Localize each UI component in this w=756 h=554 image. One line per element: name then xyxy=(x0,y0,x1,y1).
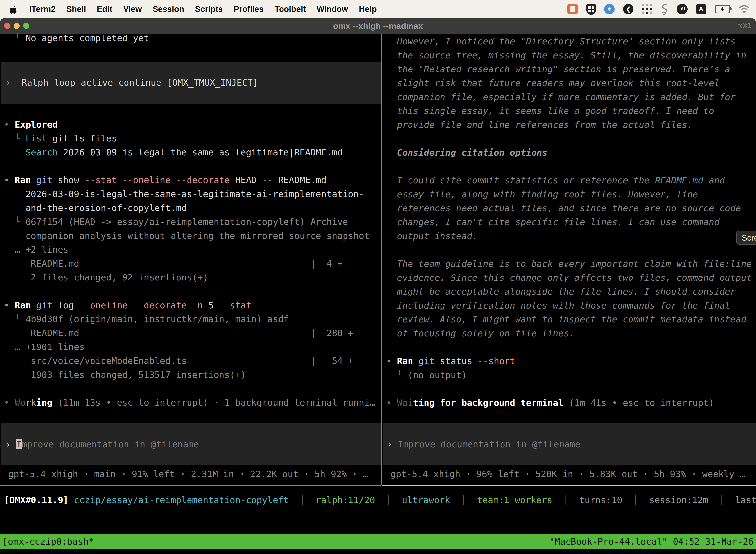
screen-notification-button[interactable]: Scre xyxy=(736,231,756,245)
terminal-line: slight risk that future readers may over… xyxy=(386,76,752,90)
menu-item-help[interactable]: Help xyxy=(359,4,377,14)
input-source-icon[interactable]: A xyxy=(696,4,706,14)
terminal-line: this single essay, it seems like a good … xyxy=(386,104,752,118)
crescent-glyph: ❮ xyxy=(623,4,633,14)
terminal-line: The team guideline is to back every impo… xyxy=(386,257,752,271)
right-pane-bottom-border xyxy=(382,485,756,486)
prompt-placeholder: mprove documentation in @filename xyxy=(21,439,199,449)
menu-items: iTerm2ShellEditViewSessionScriptsProfile… xyxy=(22,4,377,14)
terminal-line: essay file, along with finding root file… xyxy=(386,187,752,201)
apple-menu-icon[interactable] xyxy=(10,4,18,14)
menu-item-toolbelt[interactable]: Toolbelt xyxy=(274,4,306,14)
menu-item-shell[interactable]: Shell xyxy=(66,4,86,14)
terminal-line: I could cite commit statistics or refere… xyxy=(386,173,752,187)
left-prompt-input[interactable]: › Improve documentation in @filename xyxy=(1,423,381,465)
terminal-line: … +1901 lines xyxy=(4,340,375,354)
terminal-line: src/voice/voiceModeEnabled.ts| 54 + xyxy=(4,354,375,368)
terminal-line: └ 4b9d30f (origin/main, instructkr/main,… xyxy=(4,312,375,326)
dots-grid-icon[interactable] xyxy=(642,4,652,14)
terminal-line xyxy=(4,284,375,298)
terminal-line: README.md| 4 + xyxy=(4,257,375,271)
terminal-line: provide file and line references from th… xyxy=(386,118,752,132)
menubar-status-icons: ✦ ❮ ..61 A xyxy=(567,4,750,15)
prompt-chevron-icon: › xyxy=(5,439,16,449)
omx-status-line: [OMX#0.11.9] cczip/essay/ai-reimplementa… xyxy=(4,493,756,507)
window-shortcut-badge: ⌥⌘1 xyxy=(738,18,752,34)
menu-item-view[interactable]: View xyxy=(123,4,142,14)
terminal-line: including verification notes with those … xyxy=(386,298,752,313)
left-status-line: gpt-5.4 xhigh · main · 91% left · 2.31M … xyxy=(8,467,368,481)
blue-badge-icon[interactable]: ✦ xyxy=(604,4,615,14)
terminal-line: … +2 lines xyxy=(4,243,375,257)
orange-chat-icon[interactable] xyxy=(567,4,578,14)
terminal-line xyxy=(4,159,375,173)
menu-item-window[interactable]: Window xyxy=(317,4,348,14)
battery-glyph xyxy=(715,5,730,13)
terminal-line: README.md| 280 + xyxy=(4,326,375,340)
terminal-content: └ No agents completed yet › Ralph loop a… xyxy=(0,34,756,554)
right-prompt-input[interactable]: › Improve documentation in @filename xyxy=(383,423,756,465)
screen-notification-label: Scre xyxy=(742,233,756,242)
terminal-line: Considering citation options xyxy=(386,146,752,160)
right-status-line: gpt-5.4 xhigh · 96% left · 520K in · 5.8… xyxy=(390,467,745,481)
terminal-line xyxy=(386,382,752,396)
terminal-line xyxy=(386,160,752,173)
left-pane: • Explored └ List git ls-files Search 20… xyxy=(4,118,375,409)
terminal-window: omx --xhigh --madmax ⌥⌘1 └ No agents com… xyxy=(0,18,756,554)
terminal-line: • Ran git show --stat --oneline --decora… xyxy=(4,173,375,187)
left-pane-top-line: └ No agents completed yet xyxy=(4,31,149,45)
menu-item-iterm2[interactable]: iTerm2 xyxy=(29,4,56,14)
menu-item-edit[interactable]: Edit xyxy=(97,4,112,14)
terminal-line: might be acceptable alongside the file l… xyxy=(386,285,752,298)
terminal-line: of focusing solely on file lines. xyxy=(386,326,752,340)
terminal-line xyxy=(386,243,752,257)
terminal-line: └ 067f154 (HEAD -> essay/ai-reimplementa… xyxy=(4,215,375,229)
prompt-placeholder: Improve documentation in @filename xyxy=(397,439,580,449)
pane-divider[interactable] xyxy=(381,34,382,485)
input-source-label: A xyxy=(696,4,706,14)
terminal-line xyxy=(4,382,375,396)
left-history-box: › Ralph loop active continue [OMX_TMUX_I… xyxy=(1,62,381,104)
terminal-line: └ List git ls-files xyxy=(4,131,375,146)
orange-chat-glyph xyxy=(567,4,578,14)
terminal-line: 1903 files changed, 513517 insertions(+) xyxy=(4,368,375,382)
terminal-line: the "Related research writing" section i… xyxy=(386,62,752,76)
terminal-line: • Ran git log --oneline --decorate -n 5 … xyxy=(4,298,375,312)
terminal-line: companion file, especially if more comme… xyxy=(386,90,752,104)
battery-icon[interactable] xyxy=(715,5,730,13)
menu-item-profiles[interactable]: Profiles xyxy=(234,4,264,14)
menu-item-scripts[interactable]: Scripts xyxy=(195,4,223,14)
menu-item-session[interactable]: Session xyxy=(153,4,184,14)
wifi-icon[interactable] xyxy=(739,5,750,14)
terminal-line: └ (no output) xyxy=(386,368,752,382)
keypad-shield-glyph xyxy=(586,4,596,15)
terminal-line xyxy=(386,132,752,146)
battery-percent-circle-icon[interactable]: ..61 xyxy=(677,4,688,14)
terminal-line: output instead. xyxy=(386,229,752,243)
squiggle-icon[interactable] xyxy=(661,4,668,15)
terminal-line: • Waiting for background terminal (1m 41… xyxy=(386,396,752,410)
terminal-line: Search 2026-03-09-is-legal-the-same-as-l… xyxy=(4,146,375,159)
blue-badge-glyph: ✦ xyxy=(604,4,615,14)
terminal-line xyxy=(386,340,752,354)
terminal-line: 2026-03-09-is-legal-the-same-as-legitima… xyxy=(4,187,375,201)
terminal-line: changes, I can't cite specific file line… xyxy=(386,215,752,229)
keypad-shield-icon[interactable] xyxy=(586,4,596,15)
terminal-line: review. Also, I might want to inspect th… xyxy=(386,313,752,326)
terminal-line: However, I noticed the "Directory Struct… xyxy=(386,35,752,48)
wifi-glyph xyxy=(739,5,750,14)
terminal-line: companion analysis without altering the … xyxy=(4,229,375,243)
terminal-line: and-the-erosion-of-copyleft.md xyxy=(4,201,375,215)
terminal-line: • Ran git status --short xyxy=(386,354,752,368)
terminal-line: • Explored xyxy=(4,118,375,131)
terminal-line: evidence. Since this change only affects… xyxy=(386,271,752,285)
terminal-line: the source tree, missing the essay. Stil… xyxy=(386,48,752,62)
right-pane: However, I noticed the "Directory Struct… xyxy=(386,35,752,410)
tmux-session-label: [omx-cczip0:bash* xyxy=(2,536,94,547)
battery-percent-label: ..61 xyxy=(677,4,688,14)
tmux-status-bar: [omx-cczip0:bash* "MacBook-Pro-44.local"… xyxy=(0,534,756,549)
crescent-circle-icon[interactable]: ❮ xyxy=(623,4,633,14)
menu-bar: iTerm2ShellEditViewSessionScriptsProfile… xyxy=(0,0,756,18)
terminal-line: 2 files changed, 92 insertions(+) xyxy=(4,271,375,284)
dots-grid-glyph xyxy=(642,4,652,14)
